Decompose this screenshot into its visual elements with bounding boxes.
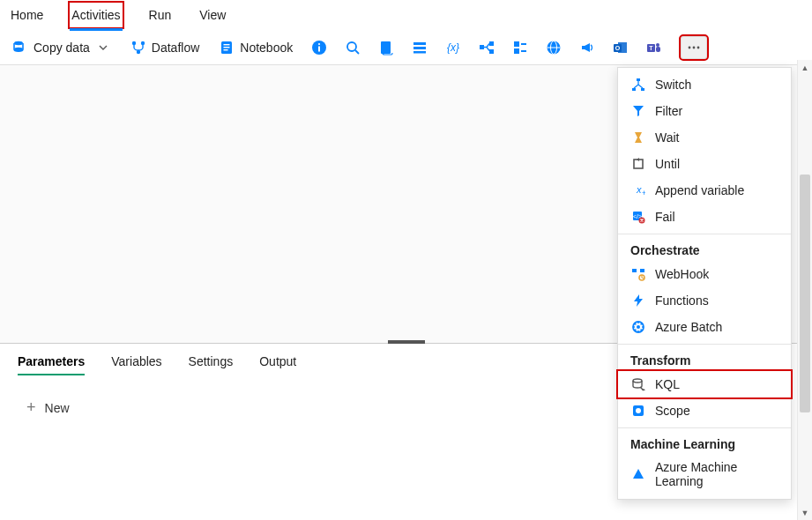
- dropdown-ml-header: Machine Learning: [618, 427, 791, 455]
- dropdown-append-variable[interactable]: x+ Append variable: [618, 177, 791, 204]
- svg-rect-8: [224, 49, 228, 50]
- svg-rect-20: [489, 41, 494, 46]
- dropdown-functions-label: Functions: [655, 293, 709, 308]
- svg-text:x: x: [636, 184, 642, 195]
- list-icon[interactable]: [409, 37, 430, 58]
- webhook-icon: [630, 266, 646, 282]
- svg-rect-19: [480, 45, 484, 49]
- dropdown-fail-label: Fail: [655, 210, 675, 224]
- svg-line-13: [355, 50, 359, 54]
- plus-icon: +: [26, 398, 36, 417]
- svg-rect-15: [413, 42, 426, 45]
- svg-rect-17: [413, 51, 426, 54]
- copy-data-label: Copy data: [34, 41, 90, 55]
- svg-rect-7: [224, 47, 230, 48]
- tab-run[interactable]: Run: [147, 3, 174, 27]
- copy-data-icon: [12, 40, 28, 56]
- notebook-label: Notebook: [240, 41, 293, 55]
- dropdown-filter-label: Filter: [655, 104, 682, 118]
- dropdown-kql[interactable]: KQL: [618, 371, 791, 397]
- notebook-icon: [219, 40, 235, 56]
- svg-rect-10: [318, 46, 320, 51]
- scope-icon: [630, 403, 646, 419]
- svg-rect-21: [489, 49, 494, 54]
- dropdown-kql-label: KQL: [655, 377, 680, 391]
- dataflow-icon: [130, 40, 146, 56]
- dropdown-webhook-label: WebHook: [655, 267, 709, 281]
- pipeline-icon[interactable]: [476, 37, 497, 58]
- svg-rect-14: [381, 41, 391, 54]
- notebook-button[interactable]: Notebook: [215, 36, 296, 59]
- tab-parameters[interactable]: Parameters: [18, 354, 85, 375]
- dropdown-append-label: Append variable: [655, 183, 744, 197]
- scroll-thumb[interactable]: [800, 175, 810, 412]
- svg-text:+: +: [642, 189, 645, 197]
- dropdown-azure-batch[interactable]: Azure Batch: [618, 314, 791, 340]
- svg-rect-22: [514, 41, 519, 47]
- script-icon[interactable]: [376, 37, 397, 58]
- tab-variables[interactable]: Variables: [111, 354, 161, 375]
- svg-point-36: [697, 46, 700, 48]
- dropdown-functions[interactable]: Functions: [618, 287, 791, 314]
- teams-icon[interactable]: T: [644, 37, 665, 58]
- scroll-up-arrow[interactable]: ▲: [798, 60, 812, 75]
- svg-rect-16: [413, 47, 426, 49]
- announce-icon[interactable]: [577, 37, 598, 58]
- svg-rect-39: [641, 88, 644, 91]
- new-label: New: [45, 401, 70, 415]
- svg-rect-47: [640, 269, 644, 272]
- dropdown-wait[interactable]: Wait: [618, 124, 791, 151]
- dropdown-azure-ml[interactable]: Azure Machine Learning: [618, 455, 791, 494]
- switch-icon: [630, 77, 646, 93]
- dropdown-azurebatch-label: Azure Batch: [655, 320, 722, 334]
- search-icon[interactable]: [342, 37, 363, 58]
- svg-point-34: [689, 46, 691, 48]
- outlook-icon[interactable]: O: [610, 37, 631, 58]
- copy-data-button[interactable]: Copy data: [9, 36, 115, 59]
- fail-icon: </>: [630, 209, 646, 225]
- filter-icon: [630, 103, 646, 119]
- dataflow-button[interactable]: Dataflow: [127, 36, 203, 59]
- azure-batch-icon: [630, 319, 646, 335]
- tab-output[interactable]: Output: [259, 354, 296, 375]
- scroll-down-arrow[interactable]: ▼: [798, 505, 812, 520]
- main-tabbar: Home Activities Run View: [0, 0, 812, 30]
- dropdown-webhook[interactable]: WebHook: [618, 261, 791, 287]
- svg-point-11: [318, 42, 320, 44]
- tab-activities[interactable]: Activities: [70, 3, 122, 27]
- functions-icon: [630, 293, 646, 308]
- dropdown-filter[interactable]: Filter: [618, 98, 791, 124]
- dropdown-until-label: Until: [655, 157, 680, 171]
- svg-text:T: T: [650, 45, 654, 51]
- svg-point-2: [132, 41, 136, 44]
- web-icon[interactable]: [543, 37, 564, 58]
- tab-home[interactable]: Home: [9, 3, 45, 27]
- activities-dropdown: Switch Filter Wait Until x+ Append varia…: [617, 67, 792, 500]
- dropdown-scope-label: Scope: [655, 404, 690, 418]
- info-icon[interactable]: [309, 37, 330, 58]
- svg-point-12: [347, 42, 356, 51]
- dropdown-until[interactable]: Until: [618, 151, 791, 177]
- more-button[interactable]: [681, 36, 707, 59]
- svg-rect-46: [632, 269, 637, 272]
- svg-point-3: [141, 41, 145, 44]
- dropdown-fail[interactable]: </> Fail: [618, 204, 791, 230]
- vertical-scrollbar[interactable]: ▲ ▼: [797, 60, 812, 520]
- svg-rect-6: [224, 44, 230, 45]
- svg-point-50: [637, 325, 640, 329]
- tab-view[interactable]: View: [197, 3, 227, 27]
- svg-point-1: [14, 47, 23, 50]
- task-icon[interactable]: [510, 37, 531, 58]
- wait-icon: [630, 130, 646, 145]
- svg-rect-23: [514, 48, 519, 54]
- svg-point-0: [14, 41, 23, 44]
- svg-point-53: [636, 408, 641, 413]
- dropdown-switch[interactable]: Switch: [618, 71, 791, 98]
- azure-ml-icon: [630, 466, 646, 482]
- variable-icon[interactable]: {x}: [443, 37, 464, 58]
- svg-rect-33: [656, 47, 660, 52]
- dropdown-orchestrate-header: Orchestrate: [618, 234, 791, 261]
- tab-settings[interactable]: Settings: [189, 354, 234, 375]
- svg-point-35: [693, 46, 696, 48]
- dropdown-scope[interactable]: Scope: [618, 397, 791, 424]
